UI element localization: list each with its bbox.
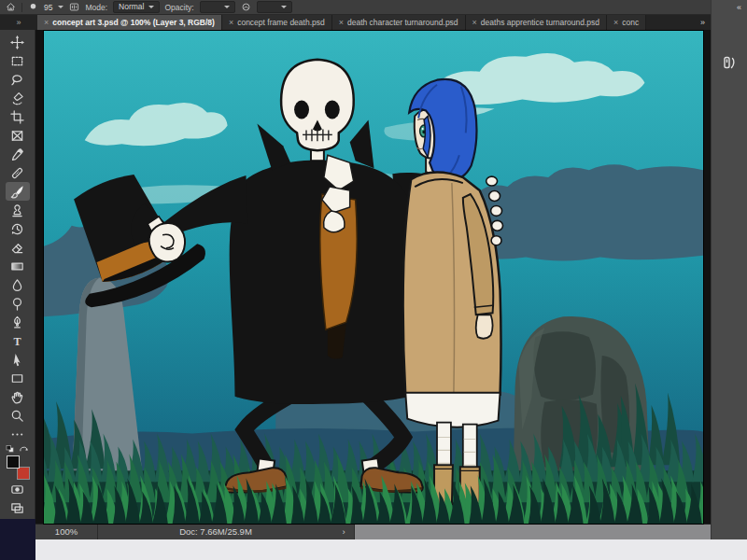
close-icon[interactable]: × [472, 18, 477, 27]
pen-icon [10, 315, 24, 329]
tool-move[interactable] [6, 33, 30, 51]
tool-crop[interactable] [6, 107, 30, 126]
opacity-label: Opacity: [165, 3, 194, 12]
close-icon[interactable]: × [339, 18, 344, 27]
girl-hand [476, 315, 493, 338]
tab-truncated[interactable]: × conc [607, 15, 646, 30]
tool-quick-selection[interactable] [6, 89, 30, 107]
tab-overflow-chevron[interactable]: » [695, 15, 711, 30]
dock-collapse-chevron[interactable]: « [737, 0, 747, 12]
tab-label: conc [622, 18, 639, 27]
foreground-color-swatch[interactable] [7, 455, 20, 469]
brush-preset-icon[interactable] [28, 2, 38, 12]
eraser-icon [10, 241, 24, 255]
tool-hand[interactable] [6, 387, 30, 406]
tool-history-brush[interactable] [6, 219, 30, 238]
flow-field[interactable] [257, 1, 292, 13]
marquee-icon [10, 54, 24, 68]
toolbar-collapse-chevron[interactable]: » [0, 15, 37, 30]
brush-icon [10, 185, 24, 199]
tab-label: death character turnaround.psd [347, 18, 458, 27]
tool-brush[interactable] [6, 182, 30, 201]
panel-dock: « [711, 0, 747, 539]
rectangle-shape-icon [10, 371, 24, 385]
tools-panel: T [0, 30, 35, 539]
canvas-pasteboard [35, 30, 711, 524]
swap-colors-icon[interactable] [19, 445, 29, 454]
dodge-icon [10, 297, 24, 311]
tool-gradient[interactable] [6, 257, 30, 275]
tool-rectangular-marquee[interactable] [6, 51, 30, 70]
status-options-chevron[interactable]: › [333, 525, 354, 539]
home-icon[interactable] [6, 2, 16, 12]
tool-edit-toolbar[interactable] [6, 425, 30, 443]
pressure-opacity-icon[interactable] [241, 2, 251, 12]
top-row: 95 Mode: Normal Opacity: [0, 0, 747, 539]
blur-drop-icon [10, 278, 24, 292]
mode-select[interactable]: Normal [113, 1, 159, 13]
mode-caret-icon [148, 6, 154, 8]
document-canvas[interactable] [43, 30, 704, 525]
close-icon[interactable]: × [44, 18, 49, 27]
opacity-field[interactable] [200, 1, 235, 13]
tab-concept-art-3[interactable]: × concept art 3.psd @ 100% (Layer 3, RGB… [37, 15, 222, 30]
crop-icon [10, 110, 24, 124]
screen-mode-icon [10, 501, 24, 515]
zoom-level-field[interactable]: 100% [35, 525, 98, 539]
bezel-corner [0, 519, 35, 539]
history-brush-icon [10, 222, 24, 236]
screen-mode-button[interactable] [6, 498, 30, 517]
svg-text:T: T [13, 334, 21, 347]
color-swatches [6, 455, 30, 480]
tool-pen[interactable] [6, 313, 30, 331]
tab-concept-frame-death[interactable]: × concept frame death.psd [222, 15, 332, 30]
tool-eyedropper[interactable] [6, 145, 30, 163]
background-color-swatch[interactable] [17, 467, 30, 480]
skeleton-hand-holding-hat [149, 223, 185, 261]
tab-deaths-apprentice-turnaround[interactable]: × deaths apprentice turnaround.psd [466, 15, 607, 30]
tab-death-character-turnaround[interactable]: × death character turnaround.psd [332, 15, 466, 30]
brush-settings-panel-icon [722, 55, 737, 70]
brush-size-value[interactable]: 95 [44, 3, 52, 12]
close-icon[interactable]: × [613, 18, 618, 27]
path-selection-arrow-icon [10, 353, 24, 367]
brush-settings-panel-button[interactable] [718, 51, 740, 74]
tool-dodge[interactable] [6, 294, 30, 313]
tool-path-selection[interactable] [6, 350, 30, 369]
tool-clone-stamp[interactable] [6, 201, 30, 219]
status-bar-spacer [354, 525, 711, 539]
tab-label: deaths apprentice turnaround.psd [481, 18, 599, 27]
tool-type[interactable]: T [6, 331, 30, 350]
tool-frame[interactable] [6, 126, 30, 145]
mode-value: Normal [119, 2, 144, 12]
canvas-column: 100% Doc: 7.66M/25.9M › [35, 30, 711, 539]
options-separator [21, 3, 22, 12]
brush-settings-toggle-icon[interactable] [69, 2, 79, 12]
type-icon: T [10, 334, 24, 348]
girl-dress-hem [405, 393, 500, 427]
brush-size-caret-icon[interactable] [58, 6, 63, 8]
left-column: 95 Mode: Normal Opacity: [0, 0, 711, 539]
move-icon [10, 35, 24, 49]
tool-zoom[interactable] [6, 406, 30, 425]
frame-icon [10, 129, 24, 143]
tool-blur[interactable] [6, 275, 30, 294]
canvas-artwork[interactable] [44, 31, 703, 524]
tool-lasso[interactable] [6, 70, 30, 89]
tool-spot-healing-brush[interactable] [6, 163, 30, 182]
quick-mask-icon [10, 483, 24, 497]
opacity-caret-icon [224, 6, 230, 8]
magnifier-icon [10, 409, 24, 423]
document-tab-bar: » × concept art 3.psd @ 100% (Layer 3, R… [0, 15, 711, 30]
quick-mask-button[interactable] [6, 480, 30, 498]
work-area: T [0, 30, 711, 539]
tool-eraser[interactable] [6, 238, 30, 257]
default-colors-icon[interactable] [6, 445, 16, 454]
color-controls-row [6, 444, 29, 455]
close-icon[interactable]: × [229, 18, 233, 27]
desk-edge [35, 539, 747, 560]
bottom-strip [0, 539, 747, 560]
tab-label: concept art 3.psd @ 100% (Layer 3, RGB/8… [52, 18, 215, 27]
ellipsis-icon [10, 427, 24, 441]
tool-rectangle-shape[interactable] [6, 369, 30, 387]
